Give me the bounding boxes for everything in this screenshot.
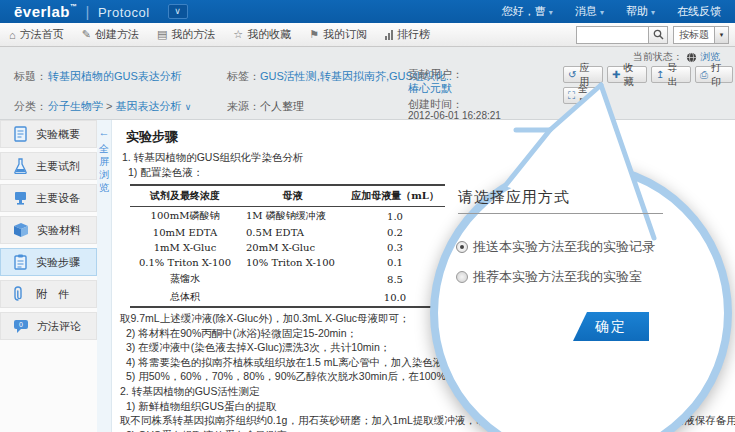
apply-arrow-icon: ↺ [568,69,576,80]
source-label: 来源： [227,99,260,114]
nav-my-methods[interactable]: ▤我的方法 [148,23,224,46]
trademark: ™ [70,3,78,10]
search-button[interactable] [648,26,668,44]
document-icon: ▤ [157,28,167,41]
favorite-button[interactable]: ✚收藏 [607,66,647,83]
category-label: 分类： [14,99,47,114]
product-name: Protocol [98,5,150,20]
option-label: 推送本实验方法至我的实验记录 [473,238,655,256]
col-volume: 应加母液量（mL） [345,185,445,207]
nav-method-home[interactable]: ⌂方法首页 [0,23,73,46]
sidebar-item-label: 附 件 [36,287,69,302]
print-button[interactable]: ⎙打印 [695,66,733,83]
fullscreen-icon: ⛶ [568,90,575,102]
sidebar-item-label: 方法评论 [37,319,81,334]
tags-label: 标签： [227,69,260,84]
export-icon: ↥ [656,69,664,80]
messages-menu[interactable]: 消息 ▾ [575,4,604,19]
fullscreen-browse-label: 全屏浏览 [98,142,110,194]
table-row: 1mM X-Gluc20mM X-Gluc0.3 [130,240,445,255]
sidebar-item-steps[interactable]: 实验步骤 [0,248,97,276]
nav-create-method[interactable]: ✎创建方法 [73,23,148,46]
top-right-menu: 您好，曹 ▾ 消息 ▾ 帮助 ▾ 在线反馈 [502,4,721,19]
option-recommend-to-lab[interactable]: 推荐本实验方法至我的实验室 [456,268,642,286]
app-switcher-caret[interactable]: ∨ [168,4,188,19]
staining-solution-table: 试剂及最终浓度 母液 应加母液量（mL） 100mM磷酸钠1M 磷酸钠缓冲液1.… [130,184,445,308]
home-icon: ⌂ [9,29,16,41]
radio-unselected-icon[interactable] [456,271,468,283]
option-label: 推荐本实验方法至我的实验室 [473,268,642,286]
title-label: 标题： [14,69,47,84]
sidebar-item-comments[interactable]: 0 方法评论 [0,312,97,340]
apply-button[interactable]: ↺应用 [563,66,603,83]
category-level2-link[interactable]: 基因表达分析 [116,100,182,112]
breadcrumb-separator: > [106,100,112,112]
sidebar-item-label: 实验材料 [37,223,81,238]
search-filter-select[interactable]: 按标题 ▾ [673,26,729,44]
sidebar-item-label: 主要试剂 [36,159,80,174]
table-row: 0.1% Triton X-10010% Triton X-1000.1 [130,255,445,270]
nav-leaderboard[interactable]: 排行榜 [376,23,439,46]
help-menu[interactable]: 帮助 ▾ [626,4,655,19]
export-button[interactable]: ↥导出 [651,66,691,83]
flask-icon [13,158,28,174]
sidebar-item-equipment[interactable]: 主要设备 [0,184,97,212]
nav-my-favorites[interactable]: ☆我的收藏 [224,23,300,46]
chevron-down-icon: ▾ [600,8,604,17]
contributor-label: 贡献用户： [408,67,463,82]
fullscreen-button[interactable]: ⛶全屏 [563,87,601,104]
top-bar: ēverlab™|Protocol ∨ 您好，曹 ▾ 消息 ▾ 帮助 ▾ 在线反… [0,0,735,23]
contributor-link[interactable]: 椿心元默 [408,81,452,96]
table-row: 100mM磷酸钠1M 磷酸钠缓冲液1.0 [130,207,445,226]
user-greeting-menu[interactable]: 您好，曹 ▾ [502,4,553,19]
sidebar-item-summary[interactable]: 实验概要 [0,120,97,148]
everlab-logo[interactable]: ēverlab™|Protocol [14,3,150,20]
logo-text: ēverlab [14,3,70,20]
option-push-to-records[interactable]: 推送本实验方法至我的实验记录 [456,238,655,256]
sidebar-item-materials[interactable]: 实验材料 [0,216,97,244]
table-row: 总体积10.0 [130,288,445,307]
bar-chart-icon [385,30,393,40]
sidebar-item-reagents[interactable]: 主要试剂 [0,152,97,180]
paperclip-icon [13,286,28,302]
comment-icon: 0 [13,319,29,334]
sidebar-item-label: 主要设备 [36,191,80,206]
globe-icon [686,52,697,63]
svg-text:0: 0 [19,321,23,328]
doc-heading: 实验步骤 [126,128,735,146]
star-icon: ☆ [233,28,243,41]
sidebar-item-attachments[interactable]: 附 件 [0,280,97,308]
category-level1-link[interactable]: 分子生物学 [48,100,103,112]
table-row: 10mM EDTA0.5M EDTA0.2 [130,225,445,240]
materials-box-icon [13,222,29,238]
chevron-down-icon: ▾ [549,8,553,17]
feedback-link[interactable]: 在线反馈 [677,4,721,19]
search-icon [653,29,664,40]
nav-my-subscriptions[interactable]: ⚑我的订阅 [300,23,376,46]
search-input[interactable] [576,26,648,44]
search-area: 按标题 ▾ [576,26,729,44]
flag-icon: ⚑ [309,28,319,41]
radio-selected-icon[interactable] [456,241,468,253]
chevron-down-icon[interactable]: ▾ [714,27,728,43]
protocol-meta-panel: 当前状态： 浏览 标题： 转基因植物的GUS表达分析 分类： 分子生物学 > 基… [0,47,735,120]
fullscreen-browse-strip[interactable]: ← 全屏浏览 [97,120,112,432]
add-favorite-icon: ✚ [612,69,620,80]
filter-selected-value: 按标题 [674,28,714,42]
summary-doc-icon [13,126,28,142]
popup-divider [458,213,663,214]
printer-icon: ⎙ [700,69,708,81]
back-arrow-icon: ← [97,126,111,138]
doc-section-1: 1. 转基因植物的GUS组织化学染色分析 [122,150,735,165]
pencil-icon: ✎ [82,28,91,41]
table-header-row: 试剂及最终浓度 母液 应加母液量（mL） [130,185,445,207]
clipboard-icon [13,254,28,270]
logo-divider: | [86,3,90,20]
col-stock: 母液 [240,185,345,207]
category-expand-icon[interactable]: ∨ [185,102,192,112]
equipment-icon [13,190,28,206]
chevron-down-icon: ▾ [651,8,655,17]
protocol-title-link[interactable]: 转基因植物的GUS表达分析 [48,69,182,84]
col-reagent: 试剂及最终浓度 [130,185,240,207]
table-row: 蒸馏水8.5 [130,270,445,288]
